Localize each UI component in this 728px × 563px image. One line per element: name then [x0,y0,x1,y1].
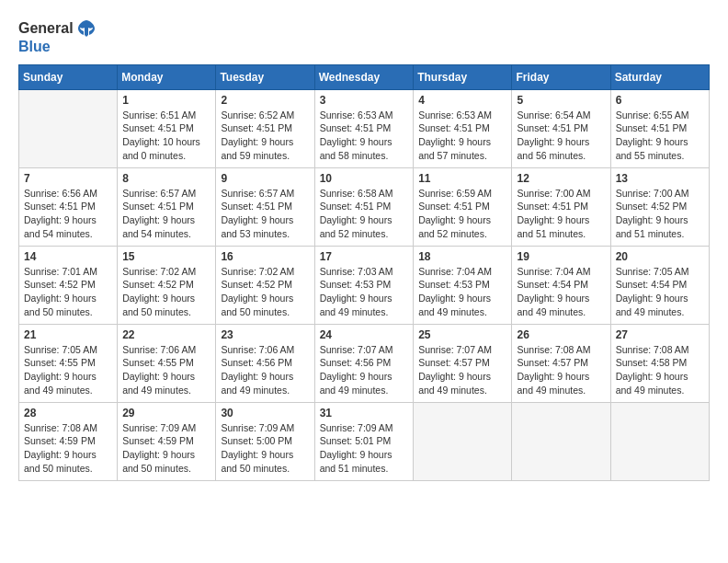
day-header-sunday: Sunday [19,64,118,89]
day-cell-14: 14Sunrise: 7:01 AMSunset: 4:52 PMDayligh… [19,246,118,324]
day-info: Sunrise: 7:09 AMSunset: 5:00 PMDaylight:… [221,421,309,476]
day-number: 10 [320,172,409,185]
day-number: 27 [616,328,704,341]
week-row-4: 21Sunrise: 7:05 AMSunset: 4:55 PMDayligh… [19,324,710,402]
day-header-monday: Monday [118,64,216,89]
day-cell-23: 23Sunrise: 7:06 AMSunset: 4:56 PMDayligh… [216,324,314,402]
day-number: 5 [517,94,605,107]
day-number: 4 [418,94,506,107]
day-info: Sunrise: 7:03 AMSunset: 4:53 PMDaylight:… [320,265,409,319]
day-cell-1: 1Sunrise: 6:51 AMSunset: 4:51 PMDaylight… [118,89,216,167]
logo-bird-icon [76,18,97,39]
day-info: Sunrise: 6:53 AMSunset: 4:51 PMDaylight:… [320,109,409,163]
day-cell-9: 9Sunrise: 6:57 AMSunset: 4:51 PMDaylight… [216,167,314,246]
day-number: 3 [320,94,409,107]
day-cell-31: 31Sunrise: 7:09 AMSunset: 5:01 PMDayligh… [314,402,414,480]
day-info: Sunrise: 7:04 AMSunset: 4:54 PMDaylight:… [517,265,605,319]
day-cell-5: 5Sunrise: 6:54 AMSunset: 4:51 PMDaylight… [512,89,610,167]
day-info: Sunrise: 7:09 AMSunset: 4:59 PMDaylight:… [122,421,210,476]
day-cell-3: 3Sunrise: 6:53 AMSunset: 4:51 PMDaylight… [314,89,414,167]
day-number: 28 [24,407,112,419]
day-cell-15: 15Sunrise: 7:02 AMSunset: 4:52 PMDayligh… [118,246,216,324]
day-cell-29: 29Sunrise: 7:09 AMSunset: 4:59 PMDayligh… [118,402,216,480]
calendar-header-row: SundayMondayTuesdayWednesdayThursdayFrid… [19,64,710,89]
day-number: 11 [418,172,506,185]
day-number: 18 [418,250,506,263]
day-info: Sunrise: 6:55 AMSunset: 4:51 PMDaylight:… [616,109,704,163]
day-number: 2 [221,94,309,107]
day-info: Sunrise: 6:52 AMSunset: 4:51 PMDaylight:… [221,109,309,163]
day-number: 29 [122,407,210,419]
day-cell-24: 24Sunrise: 7:07 AMSunset: 4:56 PMDayligh… [314,324,414,402]
day-header-wednesday: Wednesday [314,64,414,89]
empty-cell [19,89,118,167]
day-info: Sunrise: 6:58 AMSunset: 4:51 PMDaylight:… [320,187,409,241]
day-number: 12 [517,172,605,185]
day-cell-12: 12Sunrise: 7:00 AMSunset: 4:51 PMDayligh… [512,167,610,246]
day-info: Sunrise: 7:07 AMSunset: 4:57 PMDaylight:… [418,343,506,397]
day-cell-7: 7Sunrise: 6:56 AMSunset: 4:51 PMDaylight… [19,167,118,246]
day-info: Sunrise: 7:02 AMSunset: 4:52 PMDaylight:… [221,265,309,319]
day-cell-6: 6Sunrise: 6:55 AMSunset: 4:51 PMDaylight… [610,89,709,167]
day-number: 15 [122,250,210,263]
day-cell-25: 25Sunrise: 7:07 AMSunset: 4:57 PMDayligh… [414,324,512,402]
empty-cell [414,402,512,480]
day-number: 13 [616,172,704,185]
week-row-2: 7Sunrise: 6:56 AMSunset: 4:51 PMDaylight… [19,167,710,246]
day-number: 7 [24,172,112,185]
day-number: 17 [320,250,409,263]
logo: General Blue [18,18,97,55]
day-number: 8 [122,172,210,185]
day-info: Sunrise: 6:54 AMSunset: 4:51 PMDaylight:… [517,109,605,163]
day-number: 30 [221,407,309,419]
day-cell-17: 17Sunrise: 7:03 AMSunset: 4:53 PMDayligh… [314,246,414,324]
day-info: Sunrise: 6:57 AMSunset: 4:51 PMDaylight:… [122,187,210,241]
day-number: 24 [320,328,409,341]
logo-text-blue: Blue [18,39,51,55]
day-number: 1 [122,94,210,107]
day-number: 14 [24,250,112,263]
day-number: 16 [221,250,309,263]
empty-cell [610,402,709,480]
header: General Blue [18,18,710,55]
day-info: Sunrise: 7:05 AMSunset: 4:54 PMDaylight:… [616,265,704,319]
day-info: Sunrise: 6:51 AMSunset: 4:51 PMDaylight:… [122,109,210,163]
day-info: Sunrise: 7:08 AMSunset: 4:58 PMDaylight:… [616,343,704,397]
day-cell-28: 28Sunrise: 7:08 AMSunset: 4:59 PMDayligh… [19,402,118,480]
day-cell-11: 11Sunrise: 6:59 AMSunset: 4:51 PMDayligh… [414,167,512,246]
day-number: 21 [24,328,112,341]
day-cell-8: 8Sunrise: 6:57 AMSunset: 4:51 PMDaylight… [118,167,216,246]
day-info: Sunrise: 6:53 AMSunset: 4:51 PMDaylight:… [418,109,506,163]
day-info: Sunrise: 7:02 AMSunset: 4:52 PMDaylight:… [122,265,210,319]
day-cell-20: 20Sunrise: 7:05 AMSunset: 4:54 PMDayligh… [610,246,709,324]
day-info: Sunrise: 7:09 AMSunset: 5:01 PMDaylight:… [320,421,409,476]
day-info: Sunrise: 7:06 AMSunset: 4:55 PMDaylight:… [122,343,210,397]
day-cell-2: 2Sunrise: 6:52 AMSunset: 4:51 PMDaylight… [216,89,314,167]
calendar-body: 1Sunrise: 6:51 AMSunset: 4:51 PMDaylight… [19,89,710,480]
day-header-tuesday: Tuesday [216,64,314,89]
day-cell-22: 22Sunrise: 7:06 AMSunset: 4:55 PMDayligh… [118,324,216,402]
day-cell-27: 27Sunrise: 7:08 AMSunset: 4:58 PMDayligh… [610,324,709,402]
day-info: Sunrise: 7:06 AMSunset: 4:56 PMDaylight:… [221,343,309,397]
day-cell-4: 4Sunrise: 6:53 AMSunset: 4:51 PMDaylight… [414,89,512,167]
day-number: 25 [418,328,506,341]
day-info: Sunrise: 7:05 AMSunset: 4:55 PMDaylight:… [24,343,112,397]
day-number: 6 [616,94,704,107]
day-cell-18: 18Sunrise: 7:04 AMSunset: 4:53 PMDayligh… [414,246,512,324]
empty-cell [512,402,610,480]
day-cell-16: 16Sunrise: 7:02 AMSunset: 4:52 PMDayligh… [216,246,314,324]
calendar-table: SundayMondayTuesdayWednesdayThursdayFrid… [18,64,710,481]
day-info: Sunrise: 7:07 AMSunset: 4:56 PMDaylight:… [320,343,409,397]
day-info: Sunrise: 7:01 AMSunset: 4:52 PMDaylight:… [24,265,112,319]
logo-text-general: General [18,20,74,37]
day-info: Sunrise: 7:04 AMSunset: 4:53 PMDaylight:… [418,265,506,319]
week-row-5: 28Sunrise: 7:08 AMSunset: 4:59 PMDayligh… [19,402,710,480]
day-cell-26: 26Sunrise: 7:08 AMSunset: 4:57 PMDayligh… [512,324,610,402]
day-cell-21: 21Sunrise: 7:05 AMSunset: 4:55 PMDayligh… [19,324,118,402]
day-header-thursday: Thursday [414,64,512,89]
day-cell-30: 30Sunrise: 7:09 AMSunset: 5:00 PMDayligh… [216,402,314,480]
day-number: 23 [221,328,309,341]
day-info: Sunrise: 7:00 AMSunset: 4:51 PMDaylight:… [517,187,605,241]
day-info: Sunrise: 6:57 AMSunset: 4:51 PMDaylight:… [221,187,309,241]
day-cell-13: 13Sunrise: 7:00 AMSunset: 4:52 PMDayligh… [610,167,709,246]
